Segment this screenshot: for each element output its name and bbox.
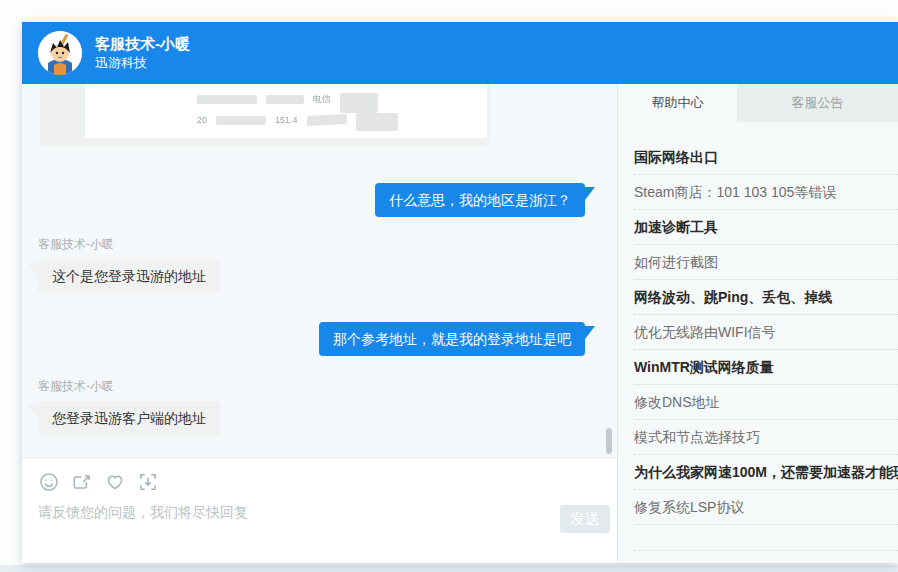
header-names: 客服技术-小暖 迅游科技 (95, 33, 190, 74)
screenshot-icon[interactable] (137, 471, 159, 493)
window-body: 电信20151.4什么意思，我的地区是浙江？客服技术-小暖这个是您登录迅游的地址… (22, 84, 898, 563)
company-name: 迅游科技 (95, 54, 190, 73)
tab-service-notice[interactable]: 客服公告 (737, 84, 898, 122)
help-list-end-divider (634, 525, 898, 551)
chat-window: 客服技术-小暖 迅游科技 电信20151.4什么意思，我的地区是浙江？客服技术-… (22, 22, 898, 563)
toolbar (38, 471, 617, 493)
user-message-row: 什么意思，我的地区是浙江？ (22, 183, 585, 217)
page-bottom-strip (0, 565, 898, 572)
agent-image-message[interactable]: 电信20151.4 (40, 84, 490, 146)
chat-header: 客服技术-小暖 迅游科技 (22, 22, 898, 84)
help-list-item[interactable]: Steam商店：101 103 105等错误 (634, 175, 898, 210)
user-message-bubble: 那个参考地址，就是我的登录地址是吧 (319, 322, 585, 356)
chat-scrollbar[interactable] (606, 428, 612, 454)
user-message-row: 那个参考地址，就是我的登录地址是吧 (22, 322, 585, 356)
avatar-illustration (38, 31, 82, 75)
emoji-icon[interactable] (38, 471, 60, 493)
agent-message-label: 客服技术-小暖 (38, 236, 617, 253)
input-bar: 请反馈您的问题，我们将尽快回复 发送 (22, 457, 617, 563)
help-list-item[interactable]: 加速诊断工具 (634, 210, 898, 245)
help-list: 国际网络出口Steam商店：101 103 105等错误加速诊断工具如何进行截图… (618, 140, 898, 551)
help-list-item[interactable]: 国际网络出口 (634, 140, 898, 175)
help-list-item[interactable]: 为什么我家网速100M，还需要加速器才能玩 (634, 455, 898, 490)
agent-message-label: 客服技术-小暖 (38, 378, 617, 395)
user-message-bubble: 什么意思，我的地区是浙江？ (375, 183, 585, 217)
help-list-item[interactable]: 修改DNS地址 (634, 385, 898, 420)
send-button[interactable]: 发送 (560, 505, 610, 533)
help-list-item[interactable]: 修复系统LSP协议 (634, 490, 898, 525)
agent-message-row: 客服技术-小暖这个是您登录迅游的地址 (38, 236, 617, 293)
help-list-item[interactable]: 优化无线路由WIFI信号 (634, 315, 898, 350)
agent-message-bubble: 这个是您登录迅游的地址 (38, 259, 220, 293)
agent-avatar (38, 31, 82, 75)
embedded-screenshot: 电信20151.4 (85, 84, 487, 138)
help-list-item[interactable]: 模式和节点选择技巧 (634, 420, 898, 455)
message-list[interactable]: 电信20151.4什么意思，我的地区是浙江？客服技术-小暖这个是您登录迅游的地址… (22, 84, 617, 457)
chat-column: 电信20151.4什么意思，我的地区是浙江？客服技术-小暖这个是您登录迅游的地址… (22, 84, 617, 563)
help-tabs: 帮助中心客服公告 (618, 84, 898, 122)
message-input[interactable]: 请反馈您的问题，我们将尽快回复 (38, 504, 617, 522)
favorite-icon[interactable] (104, 471, 126, 493)
image-upload-icon[interactable] (71, 471, 93, 493)
help-panel: 帮助中心客服公告 国际网络出口Steam商店：101 103 105等错误加速诊… (617, 84, 898, 563)
agent-message-bubble: 您登录迅游客户端的地址 (38, 401, 220, 435)
agent-message-row: 客服技术-小暖您登录迅游客户端的地址 (38, 378, 617, 435)
help-list-item[interactable]: 网络波动、跳Ping、丢包、掉线 (634, 280, 898, 315)
agent-name: 客服技术-小暖 (95, 33, 190, 55)
tab-help-center[interactable]: 帮助中心 (618, 84, 737, 122)
help-list-item[interactable]: 如何进行截图 (634, 245, 898, 280)
help-list-item[interactable]: WinMTR测试网络质量 (634, 350, 898, 385)
